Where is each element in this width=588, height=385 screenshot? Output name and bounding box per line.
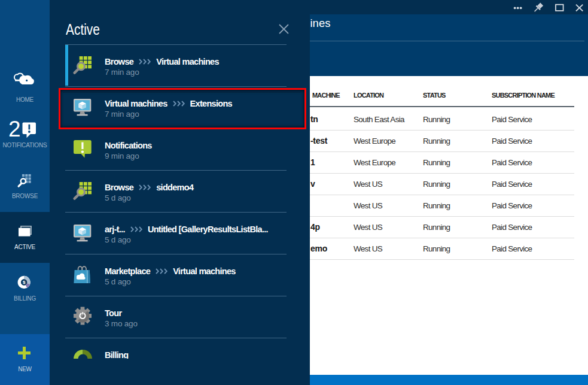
svg-text:$: $ xyxy=(23,280,26,285)
